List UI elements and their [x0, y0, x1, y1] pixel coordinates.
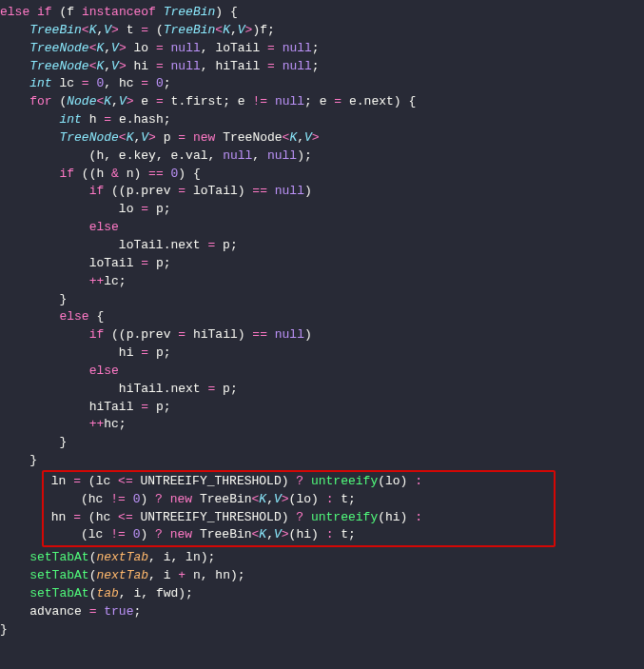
code-line: loTail = p; — [0, 255, 644, 273]
code-line: setTabAt(tab, i, fwd); — [0, 585, 644, 603]
code-editor[interactable]: else if (f instanceof TreeBin) { TreeBin… — [0, 4, 644, 639]
code-line: } — [0, 434, 644, 452]
code-line: setTabAt(nextTab, i + n, hn); — [0, 567, 644, 585]
code-line: else — [0, 363, 644, 381]
keyword-instanceof: instanceof — [82, 5, 156, 19]
code-line: } — [0, 452, 644, 470]
code-line: setTabAt(nextTab, i, ln); — [0, 549, 644, 567]
code-line: hiTail.next = p; — [0, 381, 644, 399]
code-line: ++lc; — [0, 273, 644, 291]
code-line: int lc = 0, hc = 0; — [0, 75, 644, 93]
code-line: if ((p.prev = loTail) == null) — [0, 183, 644, 201]
code-line: else — [0, 219, 644, 237]
highlight-box: ln = (lc <= UNTREEIFY_THRESHOLD) ? untre… — [42, 470, 556, 547]
code-line: } — [0, 291, 644, 309]
code-line: hi = p; — [0, 344, 644, 363]
keyword-if: if — [37, 5, 52, 19]
code-line: else { — [0, 308, 644, 326]
code-line: if ((h & n) == 0) { — [0, 166, 644, 184]
code-line: hiTail = p; — [0, 399, 644, 417]
code-line: ln = (lc <= UNTREEIFY_THRESHOLD) ? untre… — [44, 473, 554, 491]
code-line: lo = p; — [0, 201, 644, 219]
code-line: advance = true; — [0, 603, 644, 621]
code-line: else if (f instanceof TreeBin) { — [0, 4, 644, 22]
code-line: TreeNode<K,V> lo = null, loTail = null; — [0, 40, 644, 58]
code-line: if ((p.prev = hiTail) == null) — [0, 326, 644, 344]
code-line: TreeBin<K,V> t = (TreeBin<K,V>)f; — [0, 22, 644, 40]
code-line: TreeNode<K,V> p = new TreeNode<K,V> — [0, 129, 644, 148]
code-line: hn = (hc <= UNTREEIFY_THRESHOLD) ? untre… — [44, 509, 554, 527]
code-line: (lc != 0) ? new TreeBin<K,V>(hi) : t; — [44, 526, 554, 544]
code-line: } — [0, 621, 644, 639]
code-line: ++hc; — [0, 416, 644, 434]
keyword-else: else — [0, 5, 29, 19]
code-line: for (Node<K,V> e = t.first; e != null; e… — [0, 93, 644, 111]
code-line: TreeNode<K,V> hi = null, hiTail = null; — [0, 58, 644, 76]
code-line: int h = e.hash; — [0, 111, 644, 129]
code-line: (h, e.key, e.val, null, null); — [0, 148, 644, 166]
code-line: loTail.next = p; — [0, 237, 644, 255]
code-line: (hc != 0) ? new TreeBin<K,V>(lo) : t; — [44, 491, 554, 509]
